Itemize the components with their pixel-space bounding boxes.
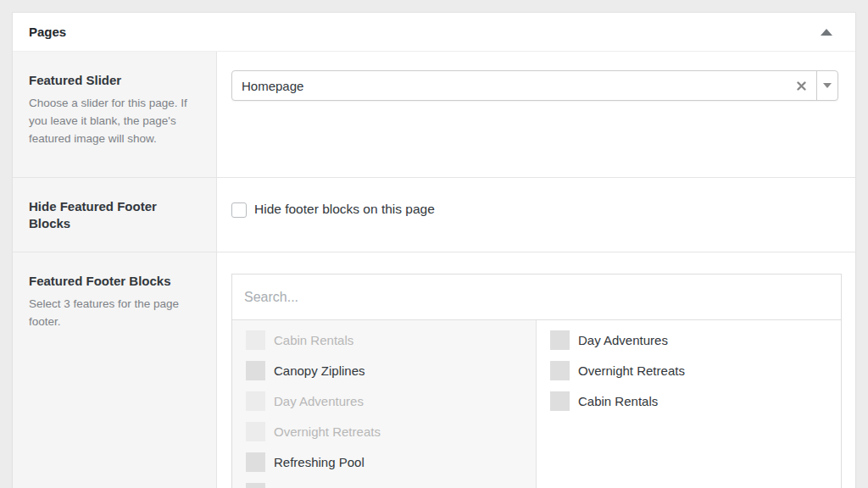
footer-block-option-label: Refreshing Pool: [274, 455, 364, 469]
block-square-icon: [246, 391, 265, 411]
triangle-up-icon: [821, 29, 832, 36]
block-square-icon: [550, 391, 570, 411]
footer-block-option-label: Canopy Ziplines: [274, 363, 365, 378]
page-title: Pages: [29, 25, 66, 39]
footer-block-option-label: Overnight Retreats: [274, 424, 381, 439]
block-square-icon: [246, 330, 265, 350]
metabox-header[interactable]: Pages: [13, 13, 855, 52]
block-square-icon: [246, 361, 265, 380]
slider-select-value: Homepage: [232, 79, 787, 93]
footer-block-selected[interactable]: Overnight Retreats: [537, 355, 841, 385]
footer-block-option: Overnight Retreats: [232, 416, 536, 446]
triangle-down-icon: [823, 83, 832, 88]
block-square-icon: [246, 422, 265, 441]
footer-block-selected[interactable]: Cabin Rentals: [537, 385, 841, 416]
footer-block-option: Cabin Rentals: [232, 324, 536, 355]
featured-slider-row: Featured Slider Choose a slider for this…: [13, 52, 855, 178]
search-input[interactable]: [232, 274, 841, 319]
footer-block-option: Day Adventures: [232, 385, 536, 416]
featured-slider-label: Featured Slider: [29, 72, 199, 89]
available-blocks-list: Cabin RentalsCanopy ZiplinesDay Adventur…: [232, 320, 537, 488]
block-square-icon: [246, 483, 265, 488]
block-square-icon: [550, 361, 570, 380]
footer-block-selected-label: Cabin Rentals: [578, 394, 658, 408]
search-row: [232, 274, 841, 320]
picker-lists: Cabin RentalsCanopy ZiplinesDay Adventur…: [232, 320, 841, 488]
footer-block-option[interactable]: School Day Events: [232, 477, 536, 488]
footer-block-selected[interactable]: Day Adventures: [537, 324, 841, 355]
footer-blocks-picker: Cabin RentalsCanopy ZiplinesDay Adventur…: [231, 274, 842, 488]
selected-blocks-list: Day AdventuresOvernight RetreatsCabin Re…: [537, 320, 841, 488]
footer-block-option-label: School Day Events: [274, 485, 381, 488]
collapse-toggle-button[interactable]: [816, 22, 837, 42]
featured-footer-blocks-content-cell: Cabin RentalsCanopy ZiplinesDay Adventur…: [217, 252, 855, 488]
hide-footer-blocks-label-cell: Hide Featured Footer Blocks: [13, 178, 217, 252]
clear-selection-button[interactable]: [787, 81, 816, 91]
featured-footer-blocks-row: Featured Footer Blocks Select 3 features…: [13, 252, 855, 488]
hide-footer-blocks-checkbox[interactable]: [231, 202, 247, 218]
hide-footer-blocks-label: Hide Featured Footer Blocks: [29, 198, 199, 233]
featured-slider-description: Choose a slider for this page. If you le…: [29, 95, 199, 148]
featured-footer-blocks-description: Select 3 features for the page footer.: [29, 296, 199, 331]
footer-block-option-label: Cabin Rentals: [274, 333, 353, 347]
pages-metabox: Pages Featured Slider Choose a slider fo…: [12, 12, 856, 488]
featured-footer-blocks-label-cell: Featured Footer Blocks Select 3 features…: [13, 252, 217, 488]
dropdown-toggle-button[interactable]: [816, 71, 837, 100]
hide-footer-blocks-row: Hide Featured Footer Blocks Hide footer …: [13, 178, 855, 252]
hide-footer-blocks-content-cell: Hide footer blocks on this page: [217, 178, 855, 252]
block-square-icon: [246, 452, 265, 472]
footer-block-option-label: Day Adventures: [274, 394, 364, 408]
footer-block-option[interactable]: Refreshing Pool: [232, 446, 536, 477]
footer-block-selected-label: Overnight Retreats: [578, 363, 685, 378]
x-icon: [797, 81, 806, 91]
featured-slider-content-cell: Homepage: [217, 52, 855, 177]
featured-footer-blocks-label: Featured Footer Blocks: [29, 273, 199, 290]
footer-block-selected-label: Day Adventures: [578, 333, 668, 347]
block-square-icon: [550, 330, 570, 350]
slider-select[interactable]: Homepage: [231, 70, 838, 101]
hide-footer-blocks-checkbox-label[interactable]: Hide footer blocks on this page: [254, 202, 435, 217]
footer-block-option[interactable]: Canopy Ziplines: [232, 355, 536, 385]
featured-slider-label-cell: Featured Slider Choose a slider for this…: [13, 52, 217, 177]
